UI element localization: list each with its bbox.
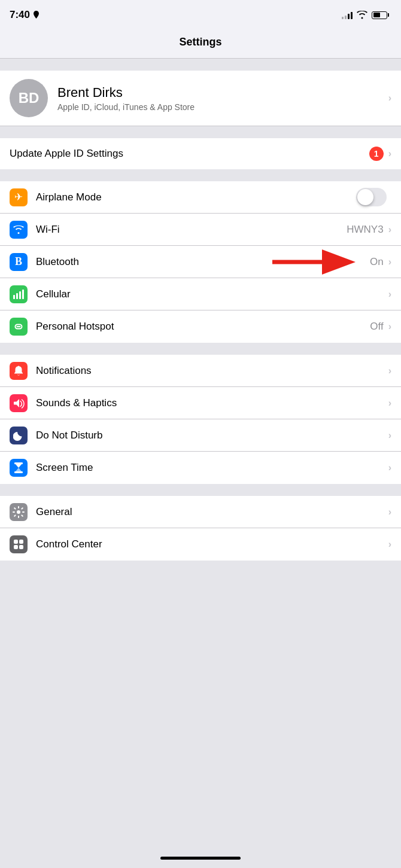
- avatar-initials: BD: [19, 90, 40, 106]
- bluetooth-value: On: [370, 256, 384, 268]
- list-item-bluetooth[interactable]: B Bluetooth On ›: [0, 246, 401, 278]
- hotspot-label: Personal Hotspot: [36, 321, 370, 333]
- screentime-label: Screen Time: [36, 462, 388, 474]
- svg-point-7: [18, 366, 19, 367]
- sounds-label: Sounds & Haptics: [36, 397, 388, 409]
- hotspot-value: Off: [370, 321, 383, 333]
- bluetooth-icon: B: [10, 253, 28, 271]
- profile-chevron: ›: [388, 93, 391, 103]
- svg-rect-4: [19, 291, 21, 299]
- network-section: ✈ Airplane Mode Wi-Fi HWNY3 › B Bluetoot…: [0, 181, 401, 343]
- airplane-toggle[interactable]: [356, 188, 387, 206]
- home-indicator: [0, 848, 401, 868]
- bottom-spacing: [0, 561, 401, 596]
- screentime-chevron: ›: [388, 462, 391, 473]
- airplane-icon: ✈: [10, 188, 28, 206]
- bluetooth-chevron: ›: [388, 257, 391, 267]
- notif-section: Notifications › Sounds & Haptics › Do No…: [0, 355, 401, 484]
- list-item-general[interactable]: General ›: [0, 496, 401, 528]
- list-item-airplane[interactable]: ✈ Airplane Mode: [0, 181, 401, 214]
- general-section: General › Control Center ›: [0, 496, 401, 561]
- cellular-icon: [10, 285, 28, 303]
- svg-rect-5: [22, 290, 24, 299]
- status-time: 7:40: [10, 9, 40, 21]
- list-item-notifications[interactable]: Notifications ›: [0, 355, 401, 387]
- wifi-value: HWNY3: [347, 224, 383, 236]
- svg-point-10: [17, 510, 20, 514]
- update-section[interactable]: Update Apple ID Settings 1 ›: [0, 138, 401, 169]
- section-gap-4: [0, 484, 401, 496]
- list-item-cellular[interactable]: Cellular ›: [0, 278, 401, 310]
- list-item-wifi[interactable]: Wi-Fi HWNY3 ›: [0, 214, 401, 246]
- update-chevron: ›: [388, 148, 391, 159]
- svg-rect-6: [17, 326, 21, 327]
- profile-subtitle: Apple ID, iCloud, iTunes & App Store: [57, 102, 388, 112]
- controlcenter-label: Control Center: [36, 538, 388, 550]
- battery-icon: [372, 11, 389, 19]
- sounds-chevron: ›: [388, 398, 391, 409]
- controlcenter-chevron: ›: [388, 539, 391, 550]
- list-item-sounds[interactable]: Sounds & Haptics ›: [0, 387, 401, 419]
- screentime-icon: [10, 459, 28, 477]
- update-label: Update Apple ID Settings: [10, 148, 369, 160]
- dnd-icon: [10, 427, 28, 444]
- wifi-label: Wi-Fi: [36, 224, 347, 236]
- general-label: General: [36, 506, 388, 518]
- update-badge: 1: [369, 147, 384, 161]
- svg-rect-14: [19, 545, 23, 549]
- dnd-chevron: ›: [388, 430, 391, 441]
- nav-header: Settings: [0, 30, 401, 59]
- wifi-setting-icon: [10, 221, 28, 239]
- home-bar: [160, 857, 241, 860]
- svg-rect-8: [14, 462, 23, 464]
- controlcenter-icon: [10, 535, 28, 553]
- general-chevron: ›: [388, 507, 391, 517]
- avatar: BD: [10, 79, 48, 117]
- svg-rect-2: [13, 295, 15, 299]
- profile-info: Brent Dirks Apple ID, iCloud, iTunes & A…: [57, 85, 388, 112]
- notifications-icon: [10, 362, 28, 380]
- hotspot-chevron: ›: [388, 321, 391, 332]
- update-item[interactable]: Update Apple ID Settings 1 ›: [0, 138, 401, 169]
- status-icons: [342, 11, 389, 19]
- list-item-screentime[interactable]: Screen Time ›: [0, 452, 401, 484]
- svg-rect-11: [14, 540, 18, 544]
- location-icon: [33, 11, 40, 19]
- sounds-icon: [10, 394, 28, 412]
- general-icon: [10, 503, 28, 521]
- notifications-chevron: ›: [388, 366, 391, 376]
- signal-bars-icon: [342, 11, 353, 19]
- profile-name: Brent Dirks: [57, 85, 388, 100]
- red-arrow-annotation: [272, 247, 368, 277]
- list-item-dnd[interactable]: Do Not Disturb ›: [0, 419, 401, 452]
- svg-rect-12: [19, 540, 23, 544]
- wifi-chevron: ›: [388, 224, 391, 235]
- section-gap-top: [0, 59, 401, 71]
- svg-rect-13: [14, 545, 18, 549]
- airplane-toggle-knob: [357, 189, 373, 205]
- section-gap-3: [0, 343, 401, 355]
- dnd-label: Do Not Disturb: [36, 430, 388, 441]
- profile-item[interactable]: BD Brent Dirks Apple ID, iCloud, iTunes …: [0, 71, 401, 126]
- page-title: Settings: [179, 36, 221, 48]
- svg-rect-3: [16, 293, 18, 299]
- cellular-label: Cellular: [36, 288, 388, 300]
- wifi-icon: [357, 11, 367, 19]
- list-item-controlcenter[interactable]: Control Center ›: [0, 528, 401, 561]
- time-text: 7:40: [10, 9, 30, 21]
- svg-rect-9: [14, 471, 23, 473]
- cellular-chevron: ›: [388, 289, 391, 300]
- notifications-label: Notifications: [36, 365, 388, 377]
- status-bar: 7:40: [0, 0, 401, 30]
- airplane-label: Airplane Mode: [36, 191, 356, 203]
- list-item-hotspot[interactable]: Personal Hotspot Off ›: [0, 310, 401, 343]
- section-gap-2: [0, 169, 401, 181]
- hotspot-icon: [10, 318, 28, 336]
- profile-section[interactable]: BD Brent Dirks Apple ID, iCloud, iTunes …: [0, 71, 401, 126]
